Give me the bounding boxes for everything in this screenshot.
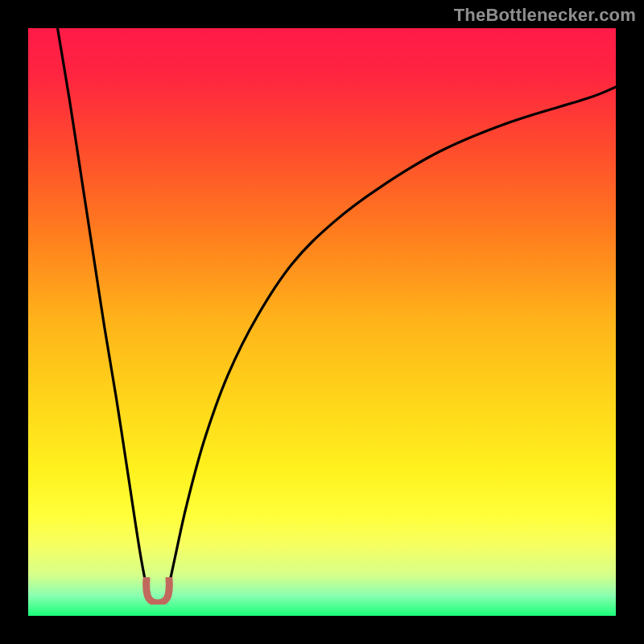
- bottleneck-curve-right: [167, 87, 617, 598]
- plot-area: [28, 28, 616, 616]
- bottleneck-curve-left: [58, 28, 149, 598]
- watermark-text: TheBottlenecker.com: [454, 5, 636, 26]
- image-frame: TheBottlenecker.com: [0, 0, 644, 644]
- curve-layer: [28, 28, 616, 616]
